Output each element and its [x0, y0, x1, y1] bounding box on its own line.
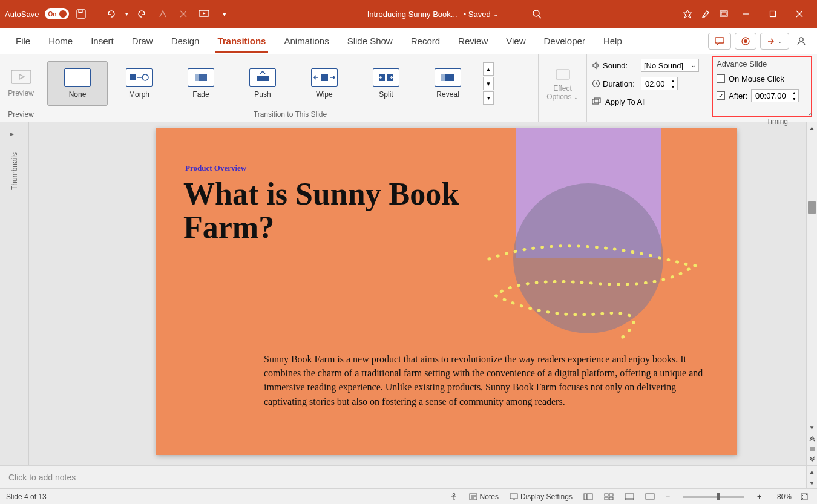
notes-pane[interactable]: Click to add notes ▲ ▼	[0, 465, 817, 488]
ribbon-collapse-button[interactable]: ⌃	[807, 112, 813, 120]
tab-transitions[interactable]: Transitions	[209, 30, 274, 52]
close-button[interactable]	[787, 5, 812, 22]
transition-morph[interactable]: Morph	[109, 61, 169, 106]
after-time-input[interactable]: 00:07.00▲▼	[751, 89, 799, 102]
accessibility-button[interactable]	[447, 491, 461, 502]
after-label: After:	[729, 91, 747, 100]
scrollbar-thumb[interactable]	[808, 201, 816, 214]
after-up[interactable]: ▲	[790, 90, 798, 96]
zoom-in-button[interactable]: +	[755, 491, 764, 502]
tab-animations[interactable]: Animations	[275, 30, 337, 52]
notes-toggle-button[interactable]: Notes	[467, 491, 501, 502]
fit-to-window-button[interactable]	[798, 491, 811, 502]
tab-design[interactable]: Design	[163, 30, 208, 52]
saved-status[interactable]: • Saved ⌄	[464, 10, 498, 19]
transition-push[interactable]: Push	[232, 61, 293, 106]
undo-icon[interactable]	[102, 5, 119, 22]
effect-options-button[interactable]: Effect Options ⌄	[543, 66, 582, 101]
transition-fade[interactable]: Fade	[171, 61, 231, 106]
qat-icon-1[interactable]	[154, 5, 171, 22]
thumbnails-expand-icon[interactable]: ▸	[10, 129, 19, 138]
tab-slide-show[interactable]: Slide Show	[339, 30, 401, 52]
zoom-slider-handle[interactable]	[717, 493, 720, 500]
normal-view-button[interactable]	[581, 492, 596, 502]
tab-file[interactable]: File	[7, 30, 39, 52]
slide-title[interactable]: What is Sunny Book Farm?	[183, 178, 498, 244]
status-bar: Slide 4 of 13 Notes Display Settings − +…	[0, 488, 817, 504]
redo-icon[interactable]	[134, 5, 151, 22]
svg-line-4	[539, 16, 541, 18]
account-icon[interactable]	[793, 36, 810, 47]
autosave-toggle[interactable]: On	[45, 8, 69, 19]
zoom-out-button[interactable]: −	[663, 491, 672, 502]
preview-icon	[11, 70, 31, 85]
svg-point-16	[142, 74, 148, 80]
save-icon[interactable]	[73, 5, 90, 22]
svg-rect-42	[609, 494, 613, 496]
scroll-down-button[interactable]: ▼	[807, 422, 817, 433]
comments-button[interactable]	[708, 33, 731, 50]
tab-draw[interactable]: Draw	[123, 30, 162, 52]
search-icon[interactable]	[528, 5, 545, 22]
notes-scroll-up[interactable]: ▲	[807, 466, 817, 477]
transition-none[interactable]: None	[47, 61, 108, 106]
designer-icon[interactable]	[697, 5, 714, 22]
on-mouse-click-checkbox[interactable]	[717, 74, 725, 83]
vertical-scrollbar[interactable]: ▲ ▼	[806, 122, 817, 465]
slide-overline[interactable]: Product Overview	[185, 163, 246, 173]
notes-scrollbar[interactable]: ▲ ▼	[806, 466, 817, 488]
nav-menu-button[interactable]	[807, 443, 817, 454]
zoom-level[interactable]: 80%	[770, 493, 792, 501]
duration-up[interactable]: ▲	[669, 77, 677, 83]
duration-down[interactable]: ▼	[669, 83, 677, 90]
slide[interactable]: Product Overview What is Sunny Book Farm…	[156, 128, 737, 455]
gallery-up-button[interactable]: ▲	[483, 62, 494, 76]
transition-reveal[interactable]: Reveal	[418, 61, 478, 106]
thumbnails-label: Thumbnails	[10, 152, 19, 190]
share-button[interactable]: ⌄	[760, 33, 789, 50]
document-title: Introducing Sunny Book...	[367, 10, 458, 19]
tab-home[interactable]: Home	[40, 30, 81, 52]
slide-sorter-view-button[interactable]	[602, 492, 616, 502]
notes-scroll-down[interactable]: ▼	[807, 477, 817, 488]
duration-input[interactable]: 02.00▲▼	[641, 77, 678, 90]
slide-body[interactable]: Sunny Book Farm is a new product that ai…	[264, 352, 707, 408]
coming-soon-icon[interactable]	[679, 5, 696, 22]
tab-view[interactable]: View	[497, 30, 534, 52]
qat-icon-2[interactable]	[175, 5, 192, 22]
gallery-down-button[interactable]: ▼	[483, 77, 494, 90]
sound-dropdown[interactable]: [No Sound]⌄	[641, 59, 699, 72]
display-settings-button[interactable]: Display Settings	[507, 491, 575, 502]
reading-view-button[interactable]	[622, 492, 637, 502]
scroll-up-button[interactable]: ▲	[807, 122, 817, 133]
tab-review[interactable]: Review	[450, 30, 496, 52]
undo-dropdown-icon[interactable]: ▾	[123, 5, 130, 22]
tab-insert[interactable]: Insert	[82, 30, 122, 52]
next-slide-button[interactable]	[807, 454, 817, 465]
gallery-more-button[interactable]: ▾	[483, 91, 494, 105]
tab-record[interactable]: Record	[402, 30, 448, 52]
svg-rect-15	[130, 74, 136, 80]
present-from-beginning-icon[interactable]	[195, 5, 212, 22]
zoom-slider[interactable]	[683, 496, 744, 498]
transition-wipe[interactable]: Wipe	[294, 61, 355, 106]
svg-point-3	[533, 10, 539, 16]
tab-developer[interactable]: Developer	[536, 30, 594, 52]
maximize-button[interactable]	[760, 5, 786, 22]
apply-to-all-button[interactable]: Apply To All	[592, 94, 707, 109]
thumbnails-pane[interactable]: ▸ Thumbnails	[0, 122, 29, 465]
svg-rect-20	[321, 74, 328, 81]
after-down[interactable]: ▼	[790, 96, 798, 102]
svg-rect-47	[646, 494, 654, 499]
transition-split[interactable]: Split	[356, 61, 416, 106]
slideshow-view-button[interactable]	[643, 492, 657, 502]
record-button[interactable]	[735, 33, 756, 50]
prev-slide-button[interactable]	[807, 433, 817, 443]
after-checkbox[interactable]: ✓	[717, 91, 725, 100]
qat-customize-icon[interactable]: ▾	[216, 5, 233, 22]
preview-button[interactable]: Preview	[5, 62, 37, 105]
app-mode-icon[interactable]	[715, 5, 732, 22]
svg-point-32	[453, 493, 455, 496]
tab-help[interactable]: Help	[595, 30, 631, 52]
minimize-button[interactable]	[733, 5, 759, 22]
